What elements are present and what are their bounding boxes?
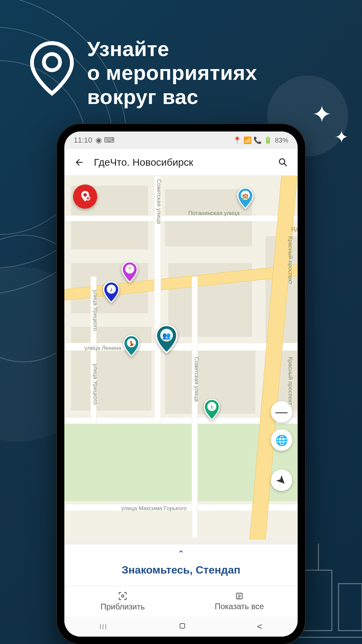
street-label: Яд [291, 226, 298, 233]
street-label: Красный проспект [287, 236, 294, 284]
event-title: Знакомьтесь, Стендап [64, 564, 298, 576]
sparkle-icon: ✦ [312, 101, 332, 128]
add-location-button[interactable] [73, 184, 97, 209]
zoom-out-button[interactable]: — [271, 401, 292, 423]
headline-line: вокруг вас [87, 85, 198, 108]
pin-dance[interactable]: 💃 [122, 335, 140, 357]
svg-line-12 [284, 163, 287, 166]
back-button[interactable] [71, 154, 87, 170]
android-nav-bar: ||| < [64, 616, 298, 637]
svg-text:♪: ♪ [110, 286, 113, 293]
street-label: улица Урицкого [92, 290, 99, 331]
app-header: ГдеЧто. Новосибирск [64, 149, 298, 176]
svg-text:🍸: 🍸 [126, 266, 133, 273]
status-right: 📍 📶 📞 🔋 83% [233, 136, 288, 144]
svg-text:👥: 👥 [163, 332, 171, 340]
event-card[interactable]: ⌃ Знакомьтесь, Стендап [64, 544, 298, 586]
svg-text:🏫: 🏫 [242, 193, 249, 199]
headline-line: о мероприятиях [87, 61, 257, 84]
svg-rect-32 [180, 624, 185, 628]
street-label: Советская улица [156, 179, 162, 224]
search-icon [278, 157, 288, 167]
svg-rect-2 [302, 570, 332, 631]
street-label: улица Урицкого [92, 364, 99, 405]
street-label: Красный проспект [287, 357, 294, 405]
locate-me-button[interactable]: ➤ [271, 470, 292, 491]
show-all-label: Показать все [215, 602, 264, 611]
pin-featured[interactable]: 👥 [155, 325, 178, 354]
pin-plus-icon [78, 190, 92, 203]
svg-text:💃: 💃 [128, 340, 135, 346]
page-title: ГдеЧто. Новосибирск [94, 157, 268, 168]
zoom-to-button[interactable]: Приблизить [64, 586, 181, 616]
street-label: Потанинская улица [188, 210, 240, 217]
pin-drinks[interactable]: 🍸 [121, 261, 139, 283]
minus-icon: — [276, 405, 288, 419]
chevron-up-icon: ⌃ [64, 552, 298, 555]
pin-music[interactable]: ♪ [102, 281, 120, 303]
headline-line: Узнайте [87, 37, 169, 60]
zoom-label: Приблизить [101, 602, 145, 611]
phone-mockup: 11:10 ◉ ⌨ 📍 📶 📞 🔋 83% ГдеЧто. Новосибирс… [57, 124, 305, 644]
promo-pin-icon [27, 40, 77, 97]
list-icon [235, 592, 244, 600]
street-label: улица Максима Горького [121, 505, 187, 512]
status-signal-icons: 📍 📶 📞 🔋 [233, 136, 272, 144]
svg-rect-3 [339, 584, 362, 631]
svg-point-10 [44, 54, 60, 70]
map-layers-button[interactable]: 🌐 [271, 429, 292, 451]
svg-point-27 [122, 595, 124, 597]
focus-icon [118, 591, 127, 601]
globe-icon: 🌐 [276, 434, 288, 446]
street-label: Советская улица [193, 357, 200, 402]
svg-point-13 [83, 193, 87, 197]
pin-info[interactable]: i [203, 398, 221, 421]
nav-home-button[interactable] [178, 622, 186, 631]
show-all-button[interactable]: Показать все [181, 586, 298, 616]
sparkle-icon: ✦ [335, 127, 349, 147]
map-road [64, 215, 298, 221]
status-time: 11:10 [74, 136, 92, 145]
arrow-left-icon [74, 157, 84, 167]
screen: 11:10 ◉ ⌨ 📍 📶 📞 🔋 83% ГдеЧто. Новосибирс… [64, 131, 298, 637]
nav-back-button[interactable]: < [257, 621, 262, 632]
square-icon [178, 622, 186, 630]
map-canvas[interactable]: Советская улица Советская улица Потанинс… [64, 176, 298, 540]
promo-headline: Узнайте о мероприятиях вокруг вас [87, 37, 257, 109]
bottom-bar: Приблизить Показать все [64, 586, 298, 616]
status-app-icons: ◉ ⌨ [96, 136, 115, 145]
svg-point-11 [279, 159, 285, 164]
status-left: 11:10 ◉ ⌨ [74, 136, 115, 145]
svg-text:i: i [211, 404, 213, 410]
location-arrow-icon: ➤ [273, 472, 290, 489]
street-label: улица Ленина [84, 345, 121, 352]
map-road [192, 276, 198, 538]
search-button[interactable] [275, 154, 291, 170]
status-bar: 11:10 ◉ ⌨ 📍 📶 📞 🔋 83% [64, 131, 298, 149]
status-battery: 83% [275, 137, 288, 144]
pin-education[interactable]: 🏫 [236, 187, 254, 209]
nav-recent-button[interactable]: ||| [100, 624, 108, 630]
